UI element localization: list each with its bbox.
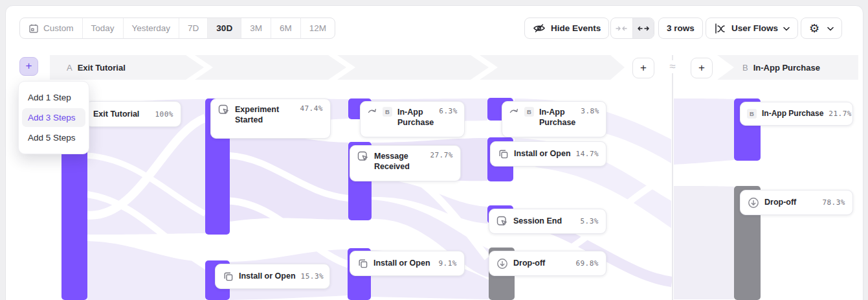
- node-value: 5.3%: [581, 217, 599, 225]
- node-value: 78.3%: [822, 198, 845, 207]
- node-label: In-App Purchase: [762, 109, 823, 119]
- chevron-down-icon: [827, 26, 834, 31]
- gear-icon: ⚙: [809, 23, 819, 34]
- add-step-menu: Add 1 Step Add 3 Steps Add 5 Steps: [18, 81, 89, 154]
- node-value: 3.8%: [581, 107, 599, 115]
- node-value: 6.3%: [439, 107, 458, 115]
- node-value: 100%: [155, 110, 174, 119]
- node-label: Exit Tutorial: [93, 109, 139, 119]
- flow-node-install-or-open[interactable]: Install or Open 9.1%: [350, 251, 465, 276]
- date-range-label: 7D: [188, 23, 199, 33]
- skip-arrow-icon: [509, 107, 519, 115]
- add-step-button-active[interactable]: +: [19, 57, 38, 76]
- hide-events-button[interactable]: Hide Events: [524, 17, 609, 39]
- event-click-icon: [357, 151, 369, 162]
- date-range-label: 30D: [216, 23, 232, 33]
- node-label: Install or Open: [239, 271, 296, 281]
- menu-item-add-1-step[interactable]: Add 1 Step: [22, 88, 85, 107]
- chart-type-dropdown[interactable]: User Flows: [706, 17, 798, 39]
- flow-node-install-or-open[interactable]: Install or Open 14.7%: [490, 141, 606, 167]
- flow-node-in-app-purchase[interactable]: B In-App Purchase 3.8%: [502, 101, 606, 137]
- rows-button[interactable]: 3 rows: [658, 17, 703, 39]
- section-divider: [672, 55, 673, 300]
- flow-node-in-app-purchase[interactable]: B In-App Purchase 6.3%: [360, 101, 465, 137]
- section-b-label: B In-App Purchase: [742, 55, 820, 80]
- date-range-label: Yesterday: [132, 23, 171, 33]
- date-range-label: 12M: [309, 23, 326, 33]
- flow-node-message-received[interactable]: Message Received 27.7%: [350, 145, 461, 181]
- chevron-down-icon: [783, 26, 790, 31]
- calendar-icon: [28, 23, 39, 34]
- section-b-title: In-App Purchase: [753, 63, 820, 73]
- add-step-end-a-button[interactable]: +: [632, 58, 654, 78]
- node-label: Drop-off: [764, 197, 796, 207]
- drop-off-icon: [496, 258, 508, 270]
- collapse-columns-button[interactable]: [611, 18, 632, 38]
- collapse-expand-control: [610, 17, 654, 39]
- settings-dropdown[interactable]: ⚙: [801, 17, 842, 39]
- expand-columns-button[interactable]: [632, 18, 654, 38]
- chart-type-label: User Flows: [731, 23, 778, 33]
- node-value: 69.8%: [575, 259, 599, 268]
- date-range-custom[interactable]: Custom: [20, 18, 83, 38]
- date-range-label: 3M: [250, 23, 262, 33]
- node-value: 47.4%: [300, 104, 323, 113]
- node-label: In-App Purchase: [397, 107, 434, 128]
- menu-item-add-5-steps[interactable]: Add 5 Steps: [22, 128, 85, 147]
- copy-squares-icon: [223, 271, 234, 282]
- flow-node-experiment-started[interactable]: Experiment Started 47.4%: [210, 98, 331, 139]
- node-label: Message Received: [374, 151, 418, 172]
- node-label: Session End: [513, 216, 562, 226]
- node-label: Experiment Started: [235, 104, 291, 126]
- b-event-badge: B: [383, 107, 392, 117]
- b-event-badge: B: [524, 107, 534, 117]
- node-value: 21.7%: [829, 110, 852, 118]
- user-flows-screen: Custom Today Yesterday 7D 30D 3M 6M 12M …: [0, 0, 868, 300]
- eye-off-icon: [533, 23, 546, 33]
- arrows-inward-icon: [615, 23, 628, 34]
- b-event-badge: B: [747, 109, 757, 119]
- copy-squares-icon: [498, 148, 509, 159]
- node-value: 15.3%: [301, 272, 324, 281]
- date-range-12m[interactable]: 12M: [301, 18, 335, 38]
- drop-off-icon: [748, 197, 759, 209]
- section-a-badge: A: [67, 63, 72, 73]
- node-label: Install or Open: [373, 258, 430, 268]
- date-range-label: Today: [91, 23, 115, 33]
- date-range-yesterday[interactable]: Yesterday: [124, 18, 180, 38]
- approx-gap-symbol: ≈: [665, 60, 680, 73]
- copy-squares-icon: [357, 258, 368, 269]
- skip-arrow-icon: [368, 107, 377, 115]
- flow-node-exit-tutorial[interactable]: Exit Tutorial 100%: [85, 101, 181, 127]
- date-range-today[interactable]: Today: [83, 18, 124, 38]
- event-click-icon: [218, 104, 230, 115]
- flow-node-session-end[interactable]: Session End 5.3%: [489, 209, 606, 234]
- date-range-7d[interactable]: 7D: [179, 18, 208, 38]
- node-value: 27.7%: [430, 151, 453, 159]
- node-label: In-App Purchase: [539, 107, 575, 128]
- date-range-6m[interactable]: 6M: [271, 18, 301, 38]
- add-step-start-b-button[interactable]: +: [691, 58, 713, 78]
- date-range-30d[interactable]: 30D: [208, 18, 241, 38]
- date-range-control: Custom Today Yesterday 7D 30D 3M 6M 12M: [19, 17, 335, 39]
- user-flows-icon: [714, 23, 726, 34]
- node-value: 14.7%: [576, 150, 599, 158]
- arrows-outward-icon: [637, 23, 650, 34]
- flow-node-drop-off[interactable]: Drop-off 69.8%: [489, 251, 606, 276]
- section-b-badge: B: [742, 63, 748, 73]
- rows-label: 3 rows: [667, 23, 695, 33]
- section-a-label: A Exit Tutorial: [67, 55, 126, 80]
- menu-item-add-3-steps[interactable]: Add 3 Steps: [22, 108, 85, 127]
- node-value: 9.1%: [439, 259, 458, 268]
- flow-node-install-or-open[interactable]: Install or Open 15.3%: [215, 264, 330, 289]
- section-a-title: Exit Tutorial: [78, 63, 126, 73]
- node-label: Drop-off: [513, 258, 545, 268]
- date-range-label: Custom: [43, 23, 74, 33]
- flow-node-in-app-purchase-b[interactable]: B In-App Purchase 21.7%: [740, 102, 853, 126]
- node-label: Install or Open: [514, 148, 571, 159]
- flow-node-drop-off-b[interactable]: Drop-off 78.3%: [740, 190, 853, 215]
- event-click-icon: [496, 216, 508, 227]
- date-range-3m[interactable]: 3M: [241, 18, 271, 38]
- hide-events-label: Hide Events: [551, 23, 601, 33]
- date-range-label: 6M: [280, 23, 292, 33]
